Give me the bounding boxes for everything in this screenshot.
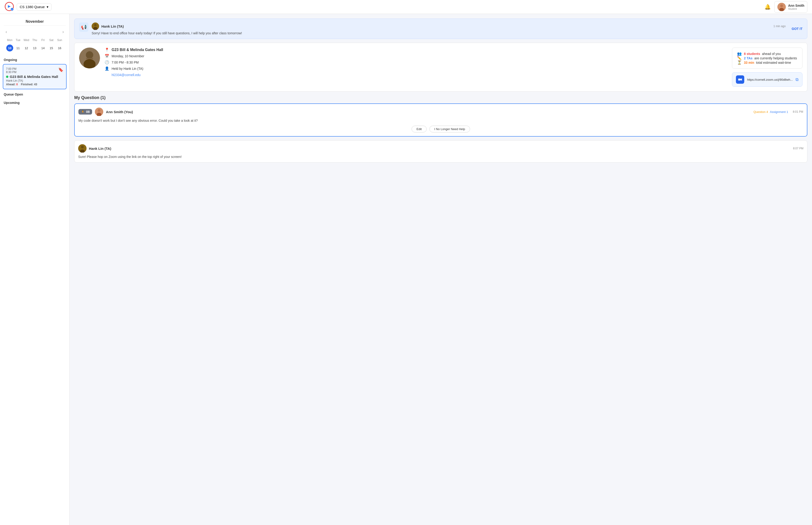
svg-marker-14 (738, 79, 740, 80)
bookmark-icon: 🔖 (58, 67, 63, 72)
svg-point-17 (98, 109, 101, 112)
user-info: Ann Smith Student (788, 4, 804, 10)
info-card: 📍 G23 Bill & Melinda Gates Hall 📅 Monday… (74, 43, 807, 92)
cal-day-13[interactable]: 13 (31, 45, 38, 51)
assignment-tag-link[interactable]: Assignment 1 (770, 110, 788, 114)
cal-days-grid: 10 11 12 13 14 15 16 (5, 44, 64, 52)
info-time-row: 🕐 7:00 PM - 8:30 PM (105, 60, 727, 64)
got-it-button[interactable]: GOT IT (792, 27, 802, 31)
reply-time: 8:07 PM (793, 147, 803, 150)
reply-ta-avatar (78, 144, 87, 153)
svg-point-4 (780, 4, 783, 7)
nav-right: 🔔 Ann Smith Student (765, 1, 807, 13)
calendar-section: November ‹ › Mon Tue Wed Thu Fri Sat Sun (0, 18, 69, 56)
announce-header: Hank Lin (TA) 1 min ago (92, 22, 785, 30)
cal-dow-sat: Sat (47, 38, 56, 43)
info-email-row: 📧 hl2334@cornell.edu (105, 73, 727, 77)
cal-day-10[interactable]: 10 (6, 45, 13, 51)
upcoming-label: Upcoming (0, 99, 69, 107)
svg-text:+: + (11, 9, 13, 11)
calendar-next-button[interactable]: › (61, 29, 66, 35)
students-ahead-text: ahead of you (762, 52, 781, 56)
question-header: 🧍 08 Ann Smith (You) Question 4 Assignme… (78, 108, 803, 116)
question-user-name: Ann Smith (You) (106, 110, 751, 114)
queue-position-number: 08 (86, 110, 90, 114)
sidebar: November ‹ › Mon Tue Wed Thu Fri Sat Sun (0, 14, 70, 525)
announce-icon: 📢 (79, 22, 88, 32)
announce-body: Hank Lin (TA) 1 min ago Sorry! Have to e… (92, 22, 785, 35)
info-time: 7:00 PM - 8:30 PM (112, 61, 139, 64)
info-email-link[interactable]: hl2334@cornell.edu (112, 73, 141, 77)
megaphone-icon: 📢 (81, 24, 87, 30)
zoom-icon (736, 75, 744, 84)
svg-point-10 (86, 51, 93, 59)
calendar-prev-button[interactable]: ‹ (4, 29, 9, 35)
user-profile[interactable]: Ann Smith Student (774, 1, 807, 13)
cal-day-14[interactable]: 14 (40, 45, 46, 51)
top-nav: + CS 1380 Queue ▾ 🔔 Ann Smith Student (0, 0, 812, 14)
avatar (778, 3, 786, 11)
nav-left: + CS 1380 Queue ▾ (5, 2, 51, 12)
svg-point-7 (94, 24, 97, 26)
cal-day-16[interactable]: 16 (56, 45, 63, 51)
zoom-copy-button[interactable]: ⧉ (796, 77, 799, 82)
edit-question-button[interactable]: Edit (412, 126, 426, 132)
announcement-banner: 📢 Hank Lin (TA) 1 min ago Sorry! Have to… (74, 18, 807, 39)
reply-card: Hank Lin (TA) 8:07 PM Sure! Please hop o… (74, 140, 807, 163)
ta-name: Hank Lin (TA) (101, 24, 124, 28)
ongoing-label: Ongoing (0, 56, 69, 63)
cal-day-15[interactable]: 15 (48, 45, 55, 51)
copy-icon: ⧉ (796, 77, 799, 82)
queue-card[interactable]: 7:00 PM 8:30 PM 🔖 G23 Bill & Melinda Gat… (3, 64, 67, 89)
question-text: My code doesn't work but I don't see any… (78, 119, 803, 122)
location-icon: 📍 (105, 47, 109, 52)
my-question-title: My Question (1) (74, 95, 807, 100)
calendar-icon: 📅 (105, 54, 109, 58)
notification-bell-button[interactable]: 🔔 (765, 4, 771, 10)
queue-open-label: Queue Open (0, 90, 69, 99)
tas-text: are currently helping students (754, 56, 797, 60)
calendar-month: November (4, 18, 66, 26)
cal-day-11[interactable]: 11 (15, 45, 21, 51)
info-held-by: Held by Hank Lin (TA) (112, 67, 143, 71)
calendar-nav: ‹ › (4, 29, 66, 35)
info-date-row: 📅 Monday, 10 November (105, 54, 727, 58)
queue-selector[interactable]: CS 1380 Queue ▾ (17, 3, 51, 11)
no-longer-need-help-button[interactable]: I No Longer Need Help (429, 126, 470, 132)
question-tag-link[interactable]: Question 4 (754, 110, 768, 114)
cal-dow-sun: Sun (56, 38, 64, 43)
cal-dow-wed: Wed (22, 38, 31, 43)
cal-dow-tue: Tue (14, 38, 22, 43)
queue-counts: Ahead: 8 Finished: 43 (6, 83, 63, 86)
question-actions: Edit I No Longer Need Help (78, 126, 803, 132)
students-icon: 👥 (737, 51, 742, 56)
info-location-row: 📍 G23 Bill & Melinda Gates Hall (105, 47, 727, 52)
question-card: 🧍 08 Ann Smith (You) Question 4 Assignme… (74, 103, 807, 137)
cal-day-12[interactable]: 12 (23, 45, 30, 51)
main-content: 📢 Hank Lin (TA) 1 min ago Sorry! Have to… (70, 14, 812, 525)
question-number-badge: 🧍 08 (78, 109, 92, 115)
student-avatar (95, 108, 103, 116)
clock-icon: 🕐 (105, 60, 109, 64)
ta-avatar (92, 22, 99, 30)
status-dot (6, 76, 8, 78)
queue-status-row: G23 Bill & Melinda Gates Hall (6, 75, 63, 79)
info-location: G23 Bill & Melinda Gates Hall (112, 48, 163, 52)
zoom-card: https://cornell.zoom.us/j/90d8wh... ⧉ (732, 72, 802, 87)
user-role: Student (788, 7, 804, 10)
wait-time-count: 33 min (744, 61, 754, 64)
stat-tas-helping: ✏️ 2 TAs are currently helping students (737, 56, 798, 60)
question-time: 8:01 PM (793, 110, 803, 114)
tas-count: 2 TAs (744, 56, 752, 60)
info-date: Monday, 10 November (112, 54, 144, 58)
students-ahead-count: 8 students (744, 52, 760, 56)
queue-name: G23 Bill & Melinda Gates Hall (10, 75, 58, 79)
info-card-right: 👥 8 students ahead of you ✏️ 2 TAs are c… (732, 47, 802, 87)
user-name: Ann Smith (788, 4, 804, 7)
announce-time: 1 min ago (773, 25, 786, 28)
cal-days-header: Mon Tue Wed Thu Fri Sat Sun (5, 38, 64, 43)
stat-wait-time: ⏳ 33 min total estimated wait-time (737, 60, 798, 65)
question-tags: Question 4 Assignment 1 (754, 110, 788, 114)
info-details: 📍 G23 Bill & Melinda Gates Hall 📅 Monday… (105, 47, 727, 87)
cal-dow-thu: Thu (31, 38, 39, 43)
